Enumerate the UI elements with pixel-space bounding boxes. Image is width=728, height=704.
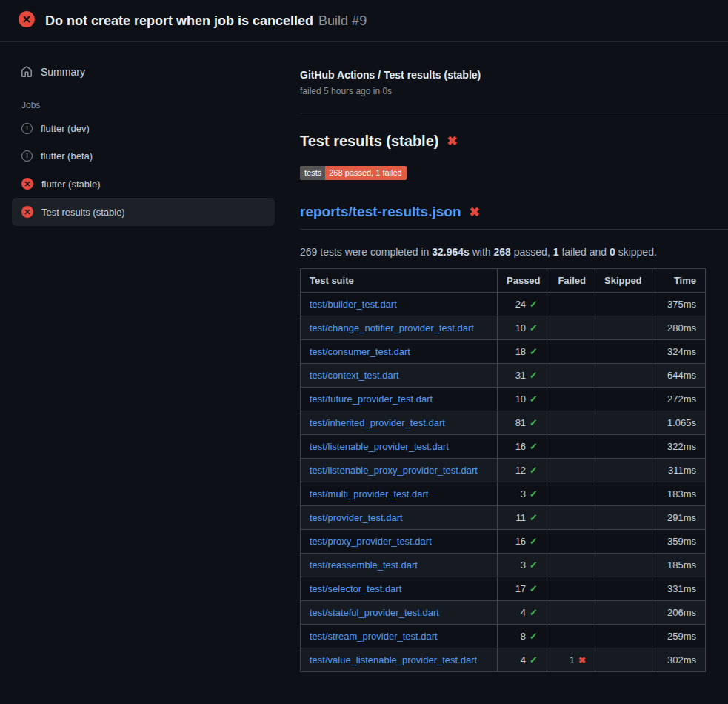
suite-link[interactable]: test/stream_provider_test.dart [310, 631, 438, 642]
skipped-cell [595, 340, 652, 364]
table-row: test/listenable_proxy_provider_test.dart… [301, 459, 706, 482]
check-icon: ✓ [530, 512, 538, 523]
column-header: Failed [547, 269, 595, 293]
cross-icon: ✖ [578, 655, 586, 665]
table-row: test/reassemble_test.dart3✓185ms [301, 554, 706, 577]
suite-link[interactable]: test/stateful_provider_test.dart [310, 607, 439, 618]
passed-count: 16 [515, 536, 526, 547]
suite-link[interactable]: test/proxy_provider_test.dart [310, 536, 432, 547]
failed-status-icon [21, 178, 33, 190]
skipped-cell [595, 648, 652, 672]
section-title: Test results (stable) [300, 133, 438, 150]
report-file-link[interactable]: reports/test-results.json [300, 204, 461, 220]
time-cell: 324ms [652, 340, 706, 364]
column-header: Test suite [301, 269, 498, 293]
suite-link[interactable]: test/value_listenable_provider_test.dart [310, 654, 477, 665]
failed-cell [547, 625, 595, 648]
passed-count: 4 [521, 607, 526, 618]
suite-link[interactable]: test/change_notifier_provider_test.dart [310, 322, 474, 333]
suite-link[interactable]: test/future_provider_test.dart [310, 393, 433, 405]
passed-cell: 11✓ [498, 506, 547, 530]
suite-link[interactable]: test/inherited_provider_test.dart [310, 417, 445, 428]
failed-cell [547, 530, 595, 554]
suite-link[interactable]: test/listenable_provider_test.dart [310, 441, 449, 452]
suite-cell: test/listenable_provider_test.dart [301, 435, 498, 459]
passed-cell: 4✓ [498, 601, 547, 625]
summary-text-segment: 1 [553, 246, 559, 258]
suite-link[interactable]: test/provider_test.dart [310, 512, 403, 523]
passed-count: 12 [515, 465, 526, 476]
failed-cell [547, 601, 595, 625]
failed-cell [547, 435, 595, 459]
report-heading: reports/test-results.json ✖ [300, 204, 728, 230]
table-row: test/stateful_provider_test.dart4✓206ms [301, 601, 706, 625]
table-row: test/proxy_provider_test.dart16✓359ms [301, 530, 706, 554]
passed-cell: 31✓ [498, 364, 547, 388]
divider [300, 113, 728, 113]
suite-cell: test/change_notifier_provider_test.dart [301, 316, 498, 340]
time-cell: 1.065s [652, 411, 706, 435]
time-cell: 291ms [652, 506, 706, 530]
failed-cell [547, 482, 595, 506]
column-header: Passed [498, 269, 547, 293]
neutral-status-icon: ! [21, 150, 33, 162]
table-row: test/listenable_provider_test.dart16✓322… [301, 435, 706, 459]
suite-link[interactable]: test/multi_provider_test.dart [310, 488, 428, 499]
check-icon: ✓ [530, 607, 538, 618]
sidebar-item-summary[interactable]: Summary [12, 60, 275, 84]
time-cell: 359ms [652, 530, 706, 554]
check-icon: ✓ [530, 488, 538, 499]
table-row: test/consumer_test.dart18✓324ms [301, 340, 706, 364]
main-content: GitHub Actions / Test results (stable) f… [285, 42, 728, 704]
check-icon: ✓ [530, 441, 538, 452]
suite-link[interactable]: test/reassemble_test.dart [310, 559, 418, 571]
check-icon: ✓ [530, 417, 538, 428]
suite-cell: test/inherited_provider_test.dart [301, 411, 498, 435]
suite-link[interactable]: test/consumer_test.dart [310, 346, 410, 357]
check-icon: ✓ [530, 465, 538, 476]
check-icon: ✓ [530, 631, 538, 642]
suite-cell: test/listenable_proxy_provider_test.dart [301, 459, 498, 482]
job-label: flutter (stable) [41, 179, 100, 190]
suite-cell: test/value_listenable_provider_test.dart [301, 648, 498, 672]
failed-x-icon: ✖ [470, 206, 480, 219]
table-row: test/stream_provider_test.dart8✓259ms [301, 625, 706, 648]
failed-cell [547, 554, 595, 577]
job-label: Test results (stable) [41, 207, 125, 218]
skipped-cell [595, 364, 652, 388]
failed-cell [547, 316, 595, 340]
passed-cell: 81✓ [498, 411, 547, 435]
badge-label: tests [300, 166, 325, 180]
failed-cell [547, 411, 595, 435]
summary-text-segment: 268 [494, 246, 511, 258]
suite-link[interactable]: test/listenable_proxy_provider_test.dart [310, 465, 478, 476]
suite-cell: test/multi_provider_test.dart [301, 482, 498, 506]
suite-cell: test/reassemble_test.dart [301, 554, 498, 577]
time-cell: 302ms [652, 648, 706, 672]
passed-count: 11 [516, 512, 527, 523]
suite-cell: test/stream_provider_test.dart [301, 625, 498, 648]
run-failed-icon [19, 11, 35, 30]
time-cell: 322ms [652, 435, 706, 459]
suite-link[interactable]: test/selector_test.dart [310, 583, 401, 594]
failed-cell [547, 340, 595, 364]
sidebar-item-job[interactable]: !flutter (dev) [12, 115, 275, 142]
skipped-cell [595, 293, 652, 316]
suite-cell: test/consumer_test.dart [301, 340, 498, 364]
sidebar-item-job[interactable]: Test results (stable) [12, 198, 275, 226]
table-row: test/future_provider_test.dart10✓272ms [301, 388, 706, 411]
suite-link[interactable]: test/context_test.dart [310, 370, 399, 381]
time-cell: 183ms [652, 482, 706, 506]
passed-cell: 17✓ [498, 577, 547, 601]
sidebar-item-job[interactable]: !flutter (beta) [12, 142, 275, 170]
sidebar-item-job[interactable]: flutter (stable) [12, 170, 275, 198]
suite-cell: test/selector_test.dart [301, 577, 498, 601]
table-row: test/provider_test.dart11✓291ms [301, 506, 706, 530]
skipped-cell [595, 435, 652, 459]
time-cell: 185ms [652, 554, 706, 577]
check-icon: ✓ [530, 654, 538, 665]
passed-count: 10 [515, 393, 526, 405]
page-title: Do not create report when job is cancell… [45, 13, 367, 29]
suite-link[interactable]: test/builder_test.dart [310, 299, 397, 310]
check-icon: ✓ [530, 346, 538, 357]
